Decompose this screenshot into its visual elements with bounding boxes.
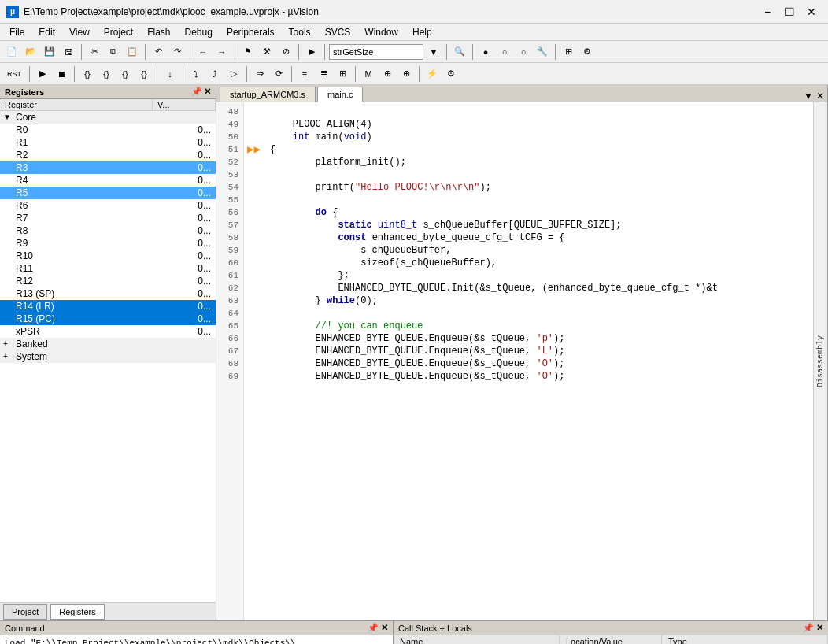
target-btn4[interactable]: 🔧 bbox=[534, 43, 551, 61]
mem-btn2[interactable]: ⊕ bbox=[379, 65, 396, 83]
menu-item-tools[interactable]: Tools bbox=[283, 25, 317, 39]
line-numbers: 48 49 50 51 52 53 54 55 56 57 58 59 60 6… bbox=[216, 102, 244, 620]
mem-btn3[interactable]: ⊕ bbox=[397, 65, 415, 83]
sep-1 bbox=[81, 44, 82, 60]
brace-btn3[interactable]: {} bbox=[116, 65, 134, 83]
rst-btn[interactable]: RST bbox=[3, 65, 25, 83]
close-button[interactable]: ✕ bbox=[801, 3, 822, 20]
step-into-btn[interactable]: ↓ bbox=[161, 65, 179, 83]
core-group-header[interactable]: ▼ Core bbox=[0, 111, 216, 124]
pin-icon[interactable]: 📌 bbox=[191, 87, 202, 97]
reg-r6[interactable]: R60... bbox=[0, 199, 216, 212]
view-btn1[interactable]: ≡ bbox=[296, 65, 313, 83]
paste-btn[interactable]: 📋 bbox=[124, 43, 141, 61]
startup-tab[interactable]: startup_ARMCM3.s bbox=[220, 87, 316, 102]
sep2-2 bbox=[74, 66, 75, 82]
reg-scroll[interactable]: ▼ Core R00... R10... R20... R30... R40..… bbox=[0, 111, 216, 602]
stop-btn[interactable]: ⊘ bbox=[277, 43, 294, 61]
redo-btn[interactable]: ↷ bbox=[168, 43, 186, 61]
menu-item-project[interactable]: Project bbox=[98, 25, 139, 39]
reg-r13[interactable]: R13 (SP)0... bbox=[0, 287, 216, 300]
disassembly-label[interactable]: Disassembly bbox=[813, 332, 827, 390]
undo-btn[interactable]: ↶ bbox=[150, 43, 167, 61]
cut-btn[interactable]: ✂ bbox=[86, 43, 103, 61]
menu-item-flash[interactable]: Flash bbox=[141, 25, 176, 39]
run-btn[interactable]: ▶ bbox=[34, 65, 51, 83]
mem-btn1[interactable]: M bbox=[360, 65, 377, 83]
config-btn[interactable]: ⚙ bbox=[578, 43, 596, 61]
reg-r3[interactable]: R30... bbox=[0, 161, 216, 174]
view-btn2[interactable]: ≣ bbox=[315, 65, 332, 83]
exec-btn[interactable]: ⟳ bbox=[270, 65, 287, 83]
reg-r14[interactable]: R14 (LR)0... bbox=[0, 300, 216, 313]
registers-close-btn[interactable]: ✕ bbox=[204, 87, 211, 97]
reg-r8[interactable]: R80... bbox=[0, 224, 216, 237]
find-btn[interactable]: 🔍 bbox=[451, 43, 468, 61]
step-out-btn[interactable]: ⤴ bbox=[206, 65, 224, 83]
code-area[interactable]: 48 49 50 51 52 53 54 55 56 57 58 59 60 6… bbox=[216, 102, 827, 620]
system-group-header[interactable]: + System bbox=[0, 350, 216, 363]
options-btn[interactable]: ⊞ bbox=[560, 43, 577, 61]
save-btn[interactable]: 💾 bbox=[41, 43, 58, 61]
code-text-area[interactable]: PLOOC_ALIGN(4) int main(void) { platform… bbox=[264, 102, 813, 620]
menu-item-debug[interactable]: Debug bbox=[179, 25, 219, 39]
callstack-pin-icon[interactable]: 📌 bbox=[803, 623, 814, 632]
code-line-65: //! you can enqueue bbox=[264, 320, 813, 332]
command-pin-icon[interactable]: 📌 bbox=[368, 623, 379, 632]
view-btn3[interactable]: ⊞ bbox=[334, 65, 351, 83]
run-to-btn[interactable]: ⇒ bbox=[251, 65, 268, 83]
rebuild-btn[interactable]: ⚒ bbox=[258, 43, 275, 61]
main-c-tab[interactable]: main.c bbox=[317, 87, 363, 102]
project-tab[interactable]: Project bbox=[3, 604, 47, 620]
target-btn1[interactable]: ● bbox=[477, 43, 494, 61]
callstack-close-btn[interactable]: ✕ bbox=[816, 623, 823, 633]
tab-dropdown-btn[interactable]: ▼ bbox=[804, 91, 813, 102]
maximize-button[interactable]: ☐ bbox=[779, 3, 800, 20]
search-input[interactable] bbox=[329, 44, 423, 60]
step-over-btn[interactable]: ⤵ bbox=[187, 65, 205, 83]
menu-item-edit[interactable]: Edit bbox=[32, 25, 61, 39]
menu-item-view[interactable]: View bbox=[63, 25, 96, 39]
brace-btn2[interactable]: {} bbox=[98, 65, 115, 83]
sep2-4 bbox=[183, 66, 183, 82]
tools-btn2[interactable]: ⚙ bbox=[442, 65, 460, 83]
menu-item-svcs[interactable]: SVCS bbox=[319, 25, 357, 39]
command-close-btn[interactable]: ✕ bbox=[381, 623, 388, 633]
menu-item-help[interactable]: Help bbox=[406, 25, 438, 39]
reg-r5[interactable]: R50... bbox=[0, 187, 216, 199]
power-btn[interactable]: ⚡ bbox=[423, 65, 441, 83]
open-btn[interactable]: 📂 bbox=[22, 43, 39, 61]
reg-r4[interactable]: R40... bbox=[0, 174, 216, 187]
tab-close-btn[interactable]: ✕ bbox=[816, 91, 824, 102]
reg-r7[interactable]: R70... bbox=[0, 212, 216, 224]
minimize-button[interactable]: − bbox=[757, 3, 778, 20]
menu-item-window[interactable]: Window bbox=[358, 25, 405, 39]
brace-btn1[interactable]: {} bbox=[79, 65, 96, 83]
debug-btn[interactable]: ▶ bbox=[303, 43, 320, 61]
nav-back-btn[interactable]: ← bbox=[194, 43, 212, 61]
reg-r11[interactable]: R110... bbox=[0, 262, 216, 275]
target-btn2[interactable]: ○ bbox=[496, 43, 513, 61]
new-file-btn[interactable]: 📄 bbox=[3, 43, 20, 61]
registers-tab[interactable]: Registers bbox=[50, 604, 104, 620]
save-all-btn[interactable]: 🖫 bbox=[60, 43, 77, 61]
stop2-btn[interactable]: ⏹ bbox=[53, 65, 70, 83]
build-btn[interactable]: ⚑ bbox=[239, 43, 257, 61]
nav-fwd-btn[interactable]: → bbox=[213, 43, 231, 61]
reg-r12[interactable]: R120... bbox=[0, 275, 216, 287]
reg-r2[interactable]: R20... bbox=[0, 149, 216, 161]
reg-xpsr[interactable]: xPSR0... bbox=[0, 325, 216, 338]
reg-r0[interactable]: R00... bbox=[0, 124, 216, 136]
search-dropdown-btn[interactable]: ▼ bbox=[425, 43, 442, 61]
step-btn[interactable]: ▷ bbox=[225, 65, 242, 83]
menu-item-file[interactable]: File bbox=[3, 25, 31, 39]
menu-item-peripherals[interactable]: Peripherals bbox=[220, 25, 281, 39]
reg-r15[interactable]: R15 (PC)0... bbox=[0, 313, 216, 325]
reg-r1[interactable]: R10... bbox=[0, 136, 216, 149]
copy-btn[interactable]: ⧉ bbox=[105, 43, 122, 61]
target-btn3[interactable]: ○ bbox=[515, 43, 532, 61]
banked-group-header[interactable]: + Banked bbox=[0, 338, 216, 350]
reg-r10[interactable]: R100... bbox=[0, 250, 216, 262]
reg-r9[interactable]: R90... bbox=[0, 237, 216, 250]
brace-btn4[interactable]: {} bbox=[135, 65, 153, 83]
